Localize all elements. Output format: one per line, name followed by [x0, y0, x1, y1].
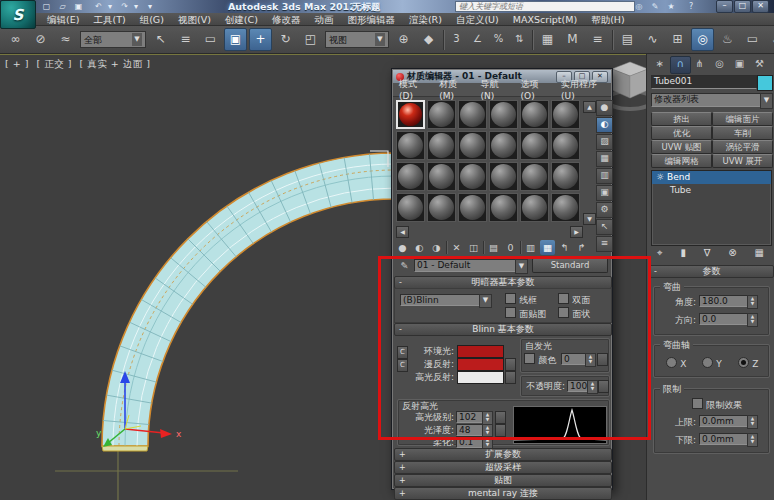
menu-views[interactable]: 视图(V): [171, 13, 218, 26]
material-slot[interactable]: [396, 162, 425, 191]
me-menu-modes[interactable]: 模式(D): [393, 78, 433, 101]
material-type-button[interactable]: Standard: [532, 258, 608, 273]
material-slot[interactable]: [520, 193, 549, 222]
maximize-button[interactable]: □: [734, 0, 751, 13]
make-unique-icon[interactable]: ∇: [704, 247, 711, 261]
unlink-selection-icon[interactable]: ⊘: [29, 28, 52, 51]
material-slot[interactable]: [520, 131, 549, 160]
selfillum-color-checkbox[interactable]: [524, 353, 535, 364]
me-menu-options[interactable]: 选项(O): [515, 78, 555, 101]
lightbulb-icon[interactable]: ☼: [656, 171, 664, 184]
pick-material-eyedropper-icon[interactable]: ✎: [397, 258, 412, 273]
select-and-rotate-icon[interactable]: ↻: [274, 28, 297, 51]
material-slot[interactable]: [551, 100, 580, 129]
menu-animation[interactable]: 动画: [307, 13, 340, 26]
angle-snap-icon[interactable]: ∠: [468, 28, 487, 51]
menu-help[interactable]: 帮助(H): [584, 13, 632, 26]
stack-item-tube[interactable]: Tube: [652, 184, 771, 197]
glossiness-map-button[interactable]: [495, 424, 506, 437]
axis-x-radio[interactable]: [666, 357, 677, 368]
percent-snap-icon[interactable]: %: [489, 28, 508, 51]
undo-caret-icon[interactable]: ▾: [106, 1, 114, 12]
material-slot[interactable]: [520, 100, 549, 129]
chevron-down-icon[interactable]: ▼: [479, 294, 492, 308]
slots-scroll-down[interactable]: ▼: [583, 213, 596, 225]
tab-modify[interactable]: ∩: [670, 56, 691, 74]
menu-rendering[interactable]: 渲染(R): [402, 13, 449, 26]
modifier-button-unwrap-uvw[interactable]: UVW 展开: [712, 154, 773, 168]
axis-z-radio[interactable]: [738, 357, 749, 368]
lower-limit-spinner[interactable]: ▲▼: [747, 433, 758, 447]
material-slot[interactable]: [489, 131, 518, 160]
menu-group[interactable]: 组(G): [133, 13, 171, 26]
tab-create[interactable]: ∗: [650, 56, 669, 72]
options-icon[interactable]: ⚙: [596, 202, 613, 218]
selection-filter-dropdown[interactable]: 全部 ▼: [80, 31, 146, 48]
modifier-button-optimize[interactable]: 优化: [651, 126, 712, 140]
slots-scroll-up[interactable]: ▲: [583, 101, 596, 113]
modifier-button-edit-patch[interactable]: 编辑面片: [712, 112, 773, 126]
face-map-checkbox[interactable]: [505, 307, 516, 318]
layer-manager-icon[interactable]: ▤: [616, 28, 639, 51]
material-slot[interactable]: [458, 100, 487, 129]
video-color-check-icon[interactable]: ▥: [596, 168, 613, 184]
qat-more-caret-icon[interactable]: ▾: [146, 1, 154, 12]
go-forward-to-sibling-icon[interactable]: ↱: [574, 240, 589, 255]
specular-level-map-button[interactable]: [495, 411, 506, 424]
menu-maxscript[interactable]: MAXScript(M): [506, 13, 584, 26]
material-slot[interactable]: [458, 193, 487, 222]
show-map-in-viewport-icon[interactable]: ▦: [540, 240, 555, 255]
modifier-button-turbosmooth[interactable]: 涡轮平滑: [712, 140, 773, 154]
spinner-snap-icon[interactable]: ⇅: [510, 28, 529, 51]
material-slot[interactable]: [427, 131, 456, 160]
opacity-spinner[interactable]: ▲▼: [587, 380, 598, 394]
angle-field[interactable]: 180.0: [699, 295, 749, 307]
star-icon[interactable]: ★: [664, 1, 678, 12]
modifier-button-lathe[interactable]: 车削: [712, 126, 773, 140]
open-file-icon[interactable]: ▱: [56, 1, 69, 12]
align-icon[interactable]: ≡: [586, 28, 609, 51]
object-name-field[interactable]: Tube001: [651, 75, 757, 89]
show-end-result-icon[interactable]: ▮: [680, 247, 686, 261]
limit-effect-checkbox[interactable]: [692, 398, 703, 409]
me-menu-material[interactable]: 材质(M): [433, 78, 474, 101]
slots-scroll-left[interactable]: ◀: [396, 226, 409, 238]
rectangular-selection-region-icon[interactable]: ▭: [199, 28, 222, 51]
material-slot[interactable]: [427, 193, 456, 222]
snap-toggle-3d-icon[interactable]: 3: [447, 28, 466, 51]
faceted-checkbox[interactable]: [558, 307, 569, 318]
redo-caret-icon[interactable]: ▾: [132, 1, 140, 12]
pin-stack-icon[interactable]: ⌖: [657, 247, 663, 261]
select-and-move-icon[interactable]: +: [249, 28, 272, 51]
material-slot[interactable]: [489, 193, 518, 222]
axis-y-radio[interactable]: [702, 357, 713, 368]
material-id-channel-icon[interactable]: 0: [503, 240, 518, 255]
ambient-color-swatch[interactable]: [457, 345, 504, 358]
tab-utilities[interactable]: ⚒: [750, 56, 769, 72]
ambient-diffuse-lock-icon[interactable]: C: [397, 346, 408, 359]
slots-scroll-right[interactable]: ▶: [570, 226, 583, 238]
selfillum-spinner[interactable]: ▲▼: [585, 353, 596, 367]
angle-spinner[interactable]: ▲▼: [747, 295, 758, 309]
chevron-down-icon[interactable]: ▼: [760, 93, 773, 109]
help-icon[interactable]: ?: [684, 1, 698, 12]
schematic-view-icon[interactable]: ⊞: [666, 28, 689, 51]
sample-uv-tiling-icon[interactable]: ▦: [596, 151, 613, 167]
get-material-icon[interactable]: ●: [395, 240, 410, 255]
make-preview-icon[interactable]: ▣: [596, 185, 613, 201]
material-slot[interactable]: [551, 131, 580, 160]
3dsmax-logo[interactable]: S: [0, 0, 36, 29]
direction-field[interactable]: 0.0: [699, 313, 749, 325]
save-file-icon[interactable]: ▣: [72, 1, 85, 12]
rendered-frame-window-icon[interactable]: ▭: [741, 28, 764, 51]
select-by-material-icon[interactable]: ↖: [596, 219, 613, 235]
extended-params-rollout[interactable]: +扩展参数: [394, 448, 612, 461]
specular-level-spinner[interactable]: ▲▼: [482, 411, 493, 425]
diffuse-color-swatch[interactable]: [457, 358, 504, 371]
me-menu-utilities[interactable]: 实用程序(U): [555, 78, 611, 101]
new-file-icon[interactable]: ▢: [40, 1, 53, 12]
material-slot[interactable]: [427, 162, 456, 191]
configure-modifier-sets-icon[interactable]: ▦: [755, 247, 764, 261]
menu-create[interactable]: 创建(C): [218, 13, 265, 26]
maps-rollout[interactable]: +贴图: [394, 474, 612, 487]
